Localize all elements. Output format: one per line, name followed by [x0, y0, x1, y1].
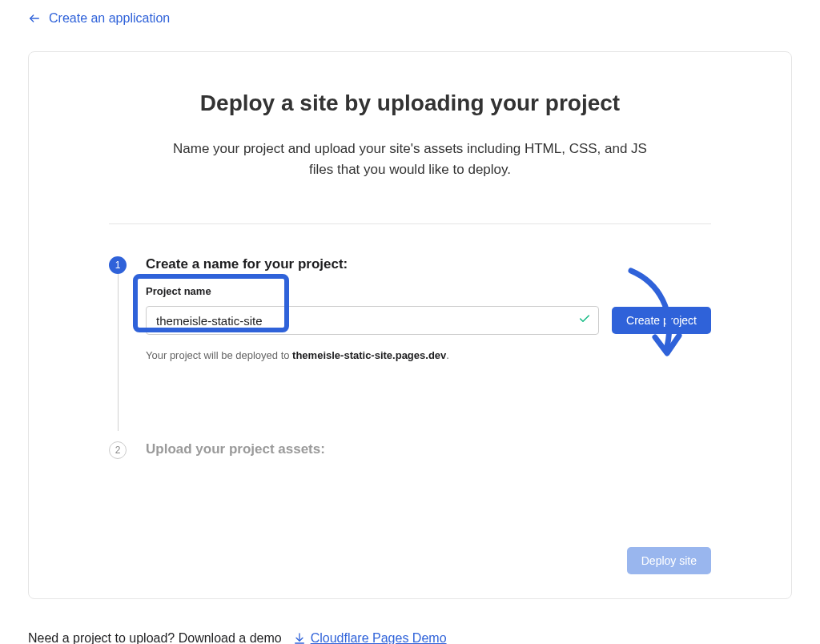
project-name-input[interactable]: [146, 306, 599, 335]
step-2-title: Upload your project assets:: [146, 441, 711, 457]
demo-prompt: Need a project to upload? Download a dem…: [28, 631, 282, 644]
demo-download-link[interactable]: Cloudflare Pages Demo: [293, 631, 447, 644]
back-link[interactable]: Create an application: [0, 0, 820, 37]
page-title: Deploy a site by uploading your project: [81, 91, 739, 116]
create-project-button[interactable]: Create project: [612, 307, 711, 334]
main-card: Deploy a site by uploading your project …: [28, 51, 792, 599]
checkmark-icon: [578, 312, 591, 328]
back-link-text: Create an application: [49, 11, 170, 26]
step-2-number: 2: [109, 441, 127, 459]
page-subtitle: Name your project and upload your site's…: [170, 139, 650, 179]
steps-container: 1 Create a name for your project: Projec…: [81, 256, 739, 459]
step-1: 1 Create a name for your project: Projec…: [109, 256, 711, 441]
step-connector: [118, 274, 119, 431]
step-1-title: Create a name for your project:: [146, 256, 711, 272]
demo-footer: Need a project to upload? Download a dem…: [0, 599, 820, 644]
project-name-label: Project name: [146, 285, 711, 297]
arrow-left-icon: [28, 12, 41, 25]
divider: [109, 223, 711, 224]
footer-actions: Deploy site: [81, 547, 739, 574]
step-2: 2 Upload your project assets:: [109, 441, 711, 459]
deploy-domain-help: Your project will be deployed to themeis…: [146, 349, 711, 361]
download-icon: [293, 632, 306, 644]
demo-link-text: Cloudflare Pages Demo: [311, 631, 447, 644]
deploy-site-button[interactable]: Deploy site: [627, 547, 711, 574]
step-1-number: 1: [109, 256, 127, 274]
